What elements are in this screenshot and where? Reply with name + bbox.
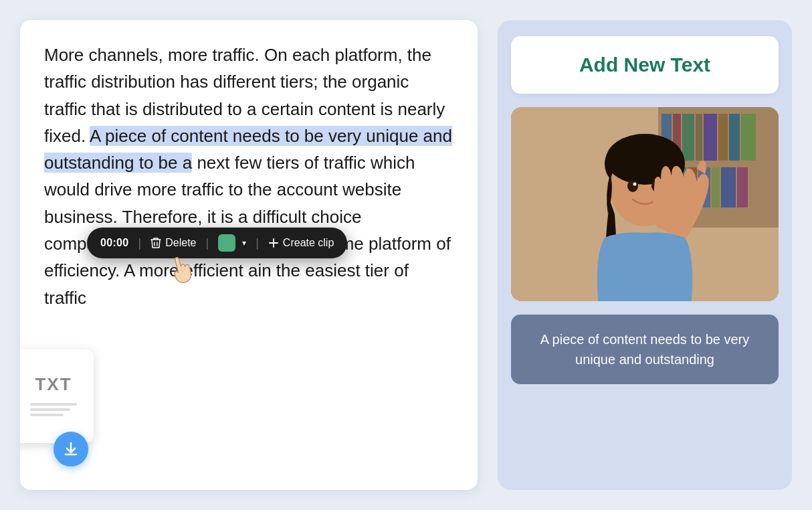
person-photo — [511, 107, 779, 301]
svg-rect-15 — [721, 167, 736, 207]
separator-3: | — [256, 236, 259, 250]
add-new-text-label: Add New Text — [579, 54, 710, 76]
download-icon — [63, 441, 79, 457]
caption-text: A piece of content needs to be very uniq… — [540, 332, 749, 367]
person-illustration — [511, 107, 779, 301]
separator-2: | — [205, 236, 209, 250]
trash-icon — [150, 237, 161, 249]
svg-rect-16 — [737, 167, 748, 207]
file-line-2 — [30, 408, 70, 411]
svg-rect-4 — [682, 114, 694, 161]
toolbar-time: 00:00 — [100, 237, 129, 249]
create-clip-button[interactable]: Create clip — [268, 237, 334, 249]
text-toolbar: 00:00 | Delete | ▾ | Create clip — [87, 228, 347, 258]
main-layout: More channels, more traffic. On each pla… — [0, 0, 812, 510]
create-clip-label: Create clip — [283, 237, 334, 249]
txt-label: TXT — [35, 374, 72, 395]
color-button[interactable] — [218, 234, 235, 252]
separator-1: | — [138, 236, 142, 250]
svg-point-20 — [627, 180, 638, 192]
caption-box: A piece of content needs to be very uniq… — [511, 315, 779, 384]
article-text: More channels, more traffic. On each pla… — [44, 41, 453, 311]
file-line-3 — [30, 414, 64, 416]
right-panel: Add New Text — [498, 20, 792, 490]
left-panel: More channels, more traffic. On each pla… — [20, 20, 478, 490]
file-line-1 — [30, 403, 77, 406]
delete-button[interactable]: Delete — [150, 237, 196, 249]
svg-rect-5 — [696, 114, 702, 161]
plus-icon — [268, 238, 279, 248]
svg-point-22 — [633, 183, 637, 186]
add-new-text-button[interactable]: Add New Text — [511, 36, 779, 94]
svg-rect-7 — [718, 114, 728, 161]
chevron-down-icon[interactable]: ▾ — [242, 238, 246, 248]
svg-rect-6 — [704, 114, 717, 161]
svg-rect-8 — [729, 114, 740, 161]
svg-rect-14 — [712, 167, 720, 207]
delete-label: Delete — [165, 237, 196, 249]
svg-rect-9 — [741, 114, 756, 161]
download-button[interactable] — [54, 432, 88, 466]
